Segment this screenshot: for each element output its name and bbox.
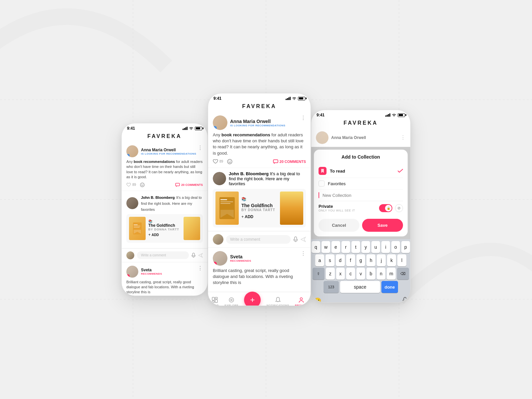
key-t[interactable]: t <box>351 241 360 253</box>
key-e[interactable]: e <box>332 241 340 253</box>
status-dot-blue-center <box>213 126 217 130</box>
key-x[interactable]: x <box>336 268 345 280</box>
delete-key[interactable]: ⌫ <box>397 268 409 280</box>
mic-kbd-btn[interactable] <box>402 297 408 303</box>
emoji-kbd-btn[interactable]: 🙂 <box>314 297 321 303</box>
key-v[interactable]: v <box>356 268 365 280</box>
comment-input-center[interactable]: Write a comment <box>226 235 291 244</box>
comment-input-left[interactable]: Write a comment <box>137 251 189 259</box>
post-text-1-center: Any book recommendations for adult reade… <box>213 132 306 156</box>
emoji-action-center[interactable] <box>227 159 232 164</box>
key-w[interactable]: w <box>322 241 330 253</box>
svg-rect-40 <box>212 301 214 303</box>
key-o[interactable]: o <box>391 241 400 253</box>
book-cover-center <box>215 192 239 225</box>
key-f[interactable]: f <box>346 254 355 266</box>
svg-rect-9 <box>176 183 180 186</box>
key-i[interactable]: i <box>381 241 390 253</box>
partial-more-right[interactable]: ⋮ <box>400 135 406 140</box>
book-back-cover-center <box>280 192 303 225</box>
add-label-center: ADD <box>245 214 253 219</box>
add-book-btn-left[interactable]: + ADD <box>148 232 179 237</box>
battery-icon-center <box>298 97 305 100</box>
private-sub-label: ONLY YOU WILL SEE IT <box>319 209 376 212</box>
avatar-john-center <box>213 172 226 185</box>
num-key[interactable]: 123 <box>324 281 339 293</box>
post-1-left: Anna Maria Orwell IS LOOKING FOR RECOMME… <box>122 142 207 191</box>
send-icon-left[interactable] <box>198 253 203 258</box>
key-b[interactable]: b <box>366 268 375 280</box>
key-a[interactable]: a <box>315 254 324 266</box>
phone-right: 9:41 FAVREKA <box>311 110 411 303</box>
svg-rect-32 <box>220 199 227 200</box>
comments-action-center[interactable]: 20 COMMENTS <box>273 159 306 164</box>
key-j[interactable]: j <box>377 254 386 266</box>
emoji-action-left[interactable] <box>140 183 145 187</box>
toggle-extra-btn[interactable] <box>395 204 403 212</box>
add-label-left: ADD <box>152 233 159 237</box>
post-2-center: John B. Bloomberg It's a big deal to fin… <box>208 168 311 231</box>
private-toggle-btn[interactable]: 🔒 <box>379 204 392 212</box>
key-z[interactable]: z <box>326 268 335 280</box>
mic-icon-left[interactable] <box>192 253 196 258</box>
key-h[interactable]: h <box>366 254 375 266</box>
key-u[interactable]: u <box>371 241 380 253</box>
checkbox-favorites[interactable] <box>319 181 325 187</box>
key-q[interactable]: q <box>312 241 320 253</box>
status-bar-center: 9:41 <box>208 93 311 102</box>
svg-point-43 <box>300 298 303 300</box>
signal-icon-left <box>183 127 188 130</box>
key-g[interactable]: g <box>356 254 365 266</box>
nav-add-center[interactable]: + <box>244 295 261 306</box>
new-collection-input-right[interactable] <box>323 193 403 198</box>
nav-explore-center[interactable]: EXPLORE <box>224 297 238 306</box>
nav-feed-center[interactable]: FEED <box>211 297 219 306</box>
send-icon-center[interactable] <box>301 237 306 242</box>
svg-rect-14 <box>193 253 195 256</box>
cancel-button-right[interactable]: Cancel <box>319 219 359 232</box>
modal-overlay-right: Add to Collection To read <box>311 147 410 303</box>
comments-action-left[interactable]: 20 COMMENTS <box>175 183 203 187</box>
book-cover-svg-center <box>219 197 235 220</box>
user-status-anna-center: IS LOOKING FOR RECOMMENDATIONS <box>230 124 285 127</box>
key-m[interactable]: m <box>387 268 396 280</box>
key-n[interactable]: n <box>377 268 386 280</box>
post-header-3-left: Sveta RECOMMENDS ⋮ <box>126 266 203 278</box>
user-info-john-left: John B. Bloomberg It's a big deal to fin… <box>141 194 203 212</box>
nav-profile-center[interactable]: PROFILE <box>295 297 308 306</box>
key-p[interactable]: p <box>401 241 410 253</box>
battery-icon-right <box>398 113 405 117</box>
post-user-2-left: John B. Bloomberg It's a big deal to fin… <box>126 194 203 212</box>
key-k[interactable]: k <box>387 254 396 266</box>
more-menu-btn-left-1[interactable]: ⋮ <box>198 145 203 151</box>
post-3-center: Sveta RECOMMENDS ⋮ Brilliant casting, gr… <box>208 248 311 292</box>
john-name-center: John B. Bloomberg <box>229 171 269 176</box>
done-key[interactable]: done <box>381 281 398 293</box>
post-actions-1-left: 89 20 COMMENTS <box>126 183 203 187</box>
status-icons-left <box>183 127 202 130</box>
save-button-right[interactable]: Save <box>362 219 403 232</box>
key-r[interactable]: r <box>341 241 350 253</box>
user-status-sveta-left: RECOMMENDS <box>141 272 162 275</box>
partial-post-right: Anna Maria Orwell ⋮ <box>311 129 410 147</box>
key-s[interactable]: s <box>326 254 334 266</box>
key-c[interactable]: c <box>346 268 355 280</box>
key-d[interactable]: d <box>336 254 345 266</box>
add-book-btn-center[interactable]: + ADD <box>241 214 276 219</box>
private-toggle-row: Private ONLY YOU WILL SEE IT 🔒 <box>319 201 403 215</box>
space-key[interactable]: space <box>340 281 380 293</box>
likes-action-left[interactable]: 89 <box>126 183 136 187</box>
more-menu-btn-center-1[interactable]: ⋮ <box>301 115 306 121</box>
nav-notifications-center[interactable]: NOTIFICATIONS <box>267 297 289 306</box>
likes-action-center[interactable]: 89 <box>213 159 223 164</box>
add-plus-btn-center[interactable]: + <box>244 292 261 306</box>
more-menu-btn-left-3[interactable]: ⋮ <box>198 266 203 271</box>
key-y[interactable]: y <box>361 241 370 253</box>
mic-icon-center[interactable] <box>293 236 298 242</box>
key-row-3: ⇧ z x c v b n m ⌫ <box>313 268 409 280</box>
text-cursor-right <box>319 192 319 198</box>
shift-key[interactable]: ⇧ <box>313 268 325 280</box>
key-l[interactable]: l <box>397 254 406 266</box>
post-header-1-left: Anna Maria Orwell IS LOOKING FOR RECOMME… <box>126 145 203 157</box>
more-menu-btn-center-3[interactable]: ⋮ <box>301 251 306 256</box>
